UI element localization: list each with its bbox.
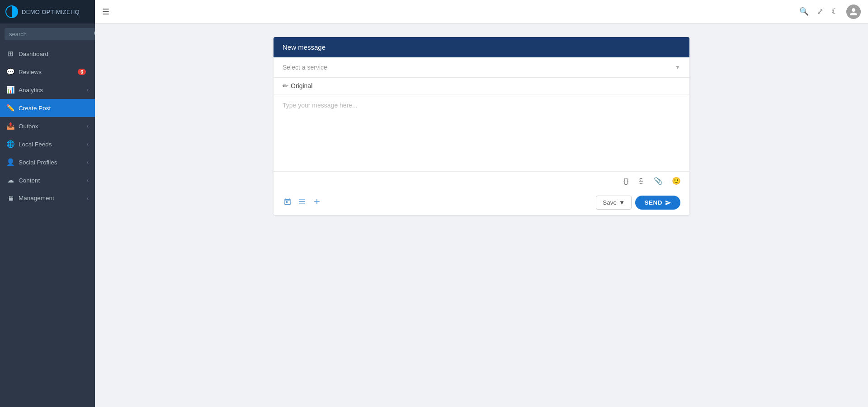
code-icon-btn[interactable]: {}	[622, 176, 630, 187]
save-chevron-icon: ▼	[619, 199, 625, 206]
service-select[interactable]: Select a service	[283, 64, 675, 71]
bottom-actions: Save ▼ SEND	[274, 190, 689, 215]
chevron-icon: ‹	[87, 141, 89, 147]
night-mode-icon[interactable]: ☾	[831, 7, 838, 16]
outbox-icon: 📤	[6, 122, 14, 130]
list-icon-btn[interactable]	[297, 196, 307, 209]
sidebar: DEMO OPTIMIZEHQ 🔍 ⊞Dashboard💬Reviews6📊An…	[0, 0, 95, 407]
chevron-icon: ‹	[87, 178, 89, 183]
app-title: DEMO OPTIMIZEHQ	[22, 9, 80, 15]
sidebar-item-label: Create Post	[19, 105, 89, 112]
sidebar-header: DEMO OPTIMIZEHQ	[0, 0, 95, 23]
toolbar-row: {} 📎 🙂	[274, 171, 689, 190]
sidebar-item-content[interactable]: ☁Content‹	[0, 171, 95, 189]
social-profiles-icon: 👤	[6, 158, 14, 166]
add-icon-btn[interactable]	[311, 196, 322, 209]
original-label: ✏ Original	[274, 78, 689, 94]
search-topbar-icon[interactable]: 🔍	[799, 7, 809, 16]
sidebar-item-label: Content	[19, 177, 87, 184]
nav-badge: 6	[78, 69, 86, 75]
topbar: ☰ 🔍 ⤢ ☾	[95, 0, 868, 23]
sidebar-item-outbox[interactable]: 📤Outbox‹	[0, 117, 95, 135]
sidebar-item-label: Local Feeds	[19, 141, 87, 148]
bottom-left-icons	[283, 196, 322, 209]
main-area: ☰ 🔍 ⤢ ☾ New message Select a service ▼	[95, 0, 868, 407]
search-input[interactable]	[5, 28, 90, 40]
sidebar-item-label: Reviews	[19, 69, 78, 75]
message-textarea[interactable]	[274, 94, 689, 169]
user-avatar[interactable]	[846, 5, 861, 19]
reviews-icon: 💬	[6, 68, 14, 76]
sidebar-item-local-feeds[interactable]: 🌐Local Feeds‹	[0, 135, 95, 153]
app-logo	[5, 5, 18, 18]
send-button[interactable]: SEND	[635, 196, 680, 210]
save-button[interactable]: Save ▼	[596, 196, 632, 210]
hamburger-icon[interactable]: ☰	[102, 7, 109, 17]
chevron-icon: ‹	[87, 159, 89, 165]
sidebar-item-dashboard[interactable]: ⊞Dashboard	[0, 45, 95, 63]
analytics-icon: 📊	[6, 86, 14, 94]
sidebar-item-label: Analytics	[19, 87, 87, 94]
chevron-icon: ‹	[87, 196, 89, 201]
sidebar-item-label: Dashboard	[19, 51, 89, 57]
emoji-icon-btn[interactable]: 🙂	[670, 175, 682, 187]
chevron-icon: ‹	[87, 123, 89, 129]
content-icon: ☁	[6, 176, 14, 184]
chevron-icon: ‹	[87, 87, 89, 93]
new-message-card: New message Select a service ▼ ✏ Origina…	[274, 37, 689, 215]
search-container: 🔍	[0, 23, 95, 45]
service-select-row: Select a service ▼	[274, 57, 689, 78]
sidebar-nav: ⊞Dashboard💬Reviews6📊Analytics‹✏️Create P…	[0, 45, 95, 207]
strikethrough-icon-btn[interactable]	[636, 176, 646, 186]
dashboard-icon: ⊞	[6, 50, 14, 58]
sidebar-item-analytics[interactable]: 📊Analytics‹	[0, 81, 95, 99]
pencil-icon: ✏	[283, 82, 288, 89]
original-section: ✏ Original	[274, 78, 689, 171]
sidebar-item-social-profiles[interactable]: 👤Social Profiles‹	[0, 153, 95, 171]
bottom-right-actions: Save ▼ SEND	[596, 196, 680, 210]
topbar-icons: 🔍 ⤢ ☾	[799, 5, 861, 19]
management-icon: 🖥	[6, 194, 14, 202]
service-chevron-icon: ▼	[675, 64, 680, 70]
sidebar-item-reviews[interactable]: 💬Reviews6	[0, 63, 95, 81]
sidebar-item-management[interactable]: 🖥Management‹	[0, 189, 95, 207]
expand-icon[interactable]: ⤢	[817, 7, 823, 16]
create-post-icon: ✏️	[6, 104, 14, 112]
main-content: New message Select a service ▼ ✏ Origina…	[95, 23, 868, 407]
sidebar-item-label: Management	[19, 195, 87, 201]
card-title: New message	[283, 43, 326, 51]
attachment-icon-btn[interactable]: 📎	[652, 175, 664, 187]
search-button[interactable]: 🔍	[90, 28, 95, 40]
sidebar-item-create-post[interactable]: ✏️Create Post	[0, 99, 95, 117]
local-feeds-icon: 🌐	[6, 140, 14, 148]
sidebar-item-label: Social Profiles	[19, 159, 87, 166]
calendar-icon-btn[interactable]	[283, 196, 292, 209]
card-header: New message	[274, 37, 689, 57]
sidebar-item-label: Outbox	[19, 123, 87, 130]
